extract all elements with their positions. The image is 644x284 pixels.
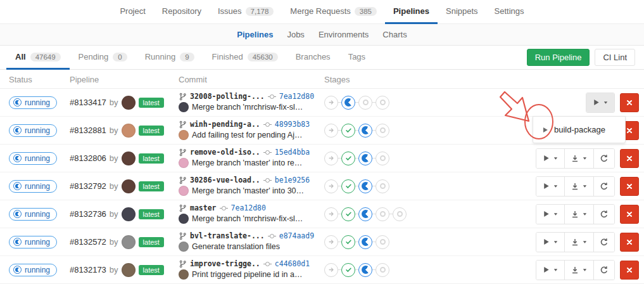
pipeline-id-link[interactable]: #8132792 — [70, 181, 106, 191]
tab-finished[interactable]: Finished45630 — [203, 46, 287, 70]
nav-snippets[interactable]: Snippets — [438, 0, 486, 24]
stage-icon-success[interactable] — [341, 235, 355, 249]
stage-icon-skipped[interactable] — [324, 96, 338, 110]
stage-icon-success[interactable] — [341, 179, 355, 193]
status-badge[interactable]: running — [9, 236, 57, 248]
tab-tags[interactable]: Tags — [339, 46, 374, 70]
cancel-pipeline-button[interactable] — [620, 177, 639, 196]
stage-icon-running[interactable] — [358, 152, 372, 165]
commit-sha-link[interactable]: 7ea12d80 — [231, 205, 266, 212]
download-dropdown-button[interactable] — [565, 233, 594, 252]
play-dropdown-button[interactable] — [536, 233, 565, 252]
branch-link[interactable]: bvl-translate-... — [190, 233, 265, 240]
status-badge[interactable]: running — [9, 180, 57, 193]
nav-issues[interactable]: Issues7,178 — [210, 0, 282, 24]
stage-icon-skipped[interactable] — [324, 179, 338, 193]
commit-sha-link[interactable]: 15ed4bba — [275, 149, 310, 157]
play-dropdown-button[interactable] — [586, 93, 614, 112]
subnav-environments[interactable]: Environments — [312, 30, 376, 39]
committer-avatar[interactable] — [179, 269, 189, 280]
stage-icon-running[interactable] — [358, 235, 372, 249]
subnav-jobs[interactable]: Jobs — [280, 30, 311, 39]
download-dropdown-button[interactable] — [565, 177, 594, 196]
committer-avatar[interactable] — [179, 186, 189, 196]
stage-icon-created[interactable] — [358, 96, 372, 110]
stage-icon-running[interactable] — [358, 179, 372, 193]
retry-button[interactable] — [594, 233, 614, 252]
branch-link[interactable]: master — [190, 205, 217, 212]
status-badge[interactable]: running — [9, 264, 57, 276]
author-avatar[interactable] — [122, 96, 136, 110]
cancel-pipeline-button[interactable] — [620, 93, 639, 112]
retry-button[interactable] — [594, 177, 614, 196]
dropdown-item-build-package[interactable]: build-package — [533, 125, 625, 134]
stage-icon-success[interactable] — [341, 263, 355, 277]
play-dropdown-button[interactable] — [536, 205, 565, 224]
pipeline-id-link[interactable]: #8132173 — [70, 265, 106, 274]
stage-icon-success[interactable] — [341, 207, 355, 221]
status-badge[interactable]: running — [9, 152, 57, 165]
committer-avatar[interactable] — [179, 102, 189, 112]
stage-icon-skipped[interactable] — [324, 263, 338, 277]
stage-icon-created[interactable] — [376, 124, 389, 138]
stage-icon-created[interactable] — [376, 152, 389, 165]
stage-icon-skipped[interactable] — [324, 235, 338, 249]
cancel-pipeline-button[interactable] — [620, 261, 639, 280]
pipeline-id-link[interactable]: #8132572 — [70, 237, 106, 247]
play-dropdown-button[interactable] — [536, 261, 565, 280]
author-avatar[interactable] — [122, 124, 136, 138]
subnav-charts[interactable]: Charts — [376, 30, 414, 39]
stage-icon-running[interactable] — [358, 263, 372, 277]
branch-link[interactable]: 32008-polling-... — [190, 93, 265, 101]
nav-pipelines[interactable]: Pipelines — [385, 0, 438, 24]
status-badge[interactable]: running — [9, 124, 57, 137]
author-avatar[interactable] — [122, 152, 136, 165]
status-badge[interactable]: running — [9, 208, 57, 221]
download-dropdown-button[interactable] — [565, 205, 594, 224]
commit-sha-link[interactable]: 48993b83 — [275, 121, 310, 129]
nav-repository[interactable]: Repository — [154, 0, 210, 24]
committer-avatar[interactable] — [179, 130, 189, 140]
stage-icon-skipped[interactable] — [324, 124, 338, 138]
tab-running[interactable]: Running9 — [136, 46, 203, 70]
stage-icon-success[interactable] — [341, 152, 355, 165]
stage-icon-created[interactable] — [393, 207, 407, 221]
stage-icon-created[interactable] — [376, 96, 389, 110]
branch-link[interactable]: remove-old-iso.. — [190, 149, 260, 157]
commit-sha-link[interactable]: c44680d1 — [275, 261, 310, 268]
pipeline-id-link[interactable]: #8132881 — [70, 126, 106, 135]
subnav-pipelines[interactable]: Pipelines — [230, 30, 280, 39]
committer-avatar[interactable] — [179, 242, 189, 252]
play-dropdown-button[interactable] — [536, 177, 565, 196]
stage-icon-running[interactable] — [358, 124, 372, 138]
stage-icon-created[interactable] — [376, 207, 389, 221]
commit-sha-link[interactable]: e874aad9 — [279, 233, 314, 240]
tab-pending[interactable]: Pending0 — [70, 46, 136, 70]
stage-icon-running[interactable] — [358, 207, 372, 221]
pipeline-id-link[interactable]: #8132806 — [70, 153, 106, 163]
stage-icon-created[interactable] — [376, 179, 389, 193]
branch-link[interactable]: winh-pending-a.. — [190, 121, 260, 129]
stage-icon-success[interactable] — [341, 124, 355, 138]
stage-icon-created[interactable] — [376, 263, 389, 277]
committer-avatar[interactable] — [179, 158, 189, 168]
run-pipeline-button[interactable]: Run Pipeline — [527, 49, 590, 66]
cancel-pipeline-button[interactable] — [620, 205, 639, 224]
stage-icon-skipped[interactable] — [324, 152, 338, 165]
ci-lint-button[interactable]: CI Lint — [595, 49, 635, 66]
tab-branches[interactable]: Branches — [287, 46, 339, 70]
retry-button[interactable] — [594, 149, 614, 168]
stage-icon-created[interactable] — [376, 235, 389, 249]
author-avatar[interactable] — [122, 207, 136, 221]
author-avatar[interactable] — [122, 179, 136, 193]
branch-link[interactable]: improve-trigge.. — [190, 261, 260, 268]
status-badge[interactable]: running — [9, 96, 57, 109]
retry-button[interactable] — [594, 261, 614, 280]
pipeline-id-link[interactable]: #8133417 — [70, 98, 106, 107]
nav-settings[interactable]: Settings — [486, 0, 533, 24]
pipeline-id-link[interactable]: #8132736 — [70, 209, 106, 219]
nav-project[interactable]: Project — [111, 0, 153, 24]
committer-avatar[interactable] — [179, 214, 189, 224]
download-dropdown-button[interactable] — [565, 261, 594, 280]
cancel-pipeline-button[interactable] — [620, 149, 639, 168]
